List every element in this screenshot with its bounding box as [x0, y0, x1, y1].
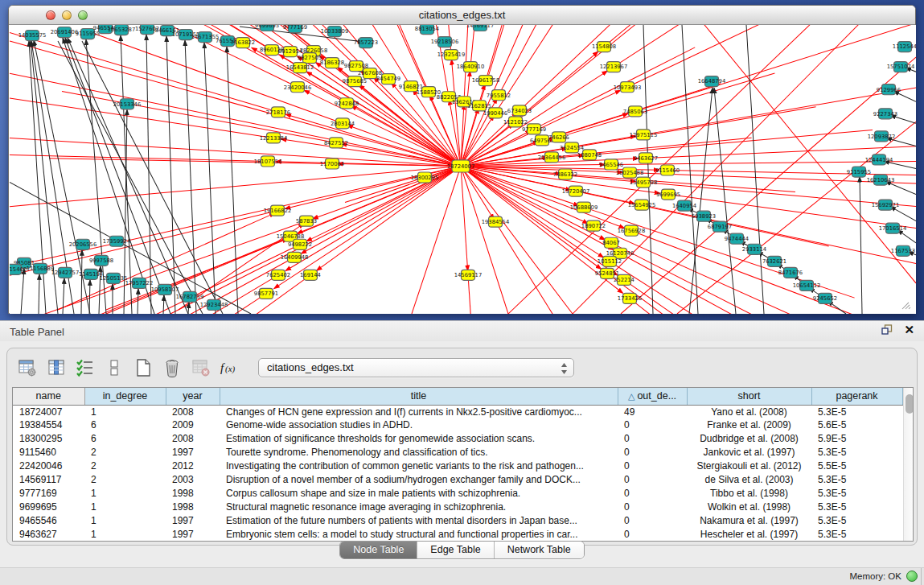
cell-title[interactable]: Disruption of a novel member of a sodium…	[220, 472, 618, 486]
cell-in_degree[interactable]: 6	[84, 432, 166, 446]
cell-short[interactable]: Stergiakouli et al. (2012)	[687, 459, 811, 473]
red-edge[interactable]	[461, 166, 573, 314]
cell-name[interactable]: 9777169	[13, 486, 84, 500]
column-header-title[interactable]: title	[220, 388, 618, 405]
red-edge[interactable]	[461, 166, 468, 270]
black-edge[interactable]	[21, 269, 24, 314]
cell-out_degree[interactable]: 49	[618, 405, 687, 418]
cell-pagerank[interactable]: 5.3E-5	[811, 405, 902, 418]
red-edge[interactable]	[468, 275, 484, 314]
table-row[interactable]: 977716911998Corpus callosum shape and si…	[13, 486, 902, 500]
cell-pagerank[interactable]: 5.5E-5	[811, 459, 902, 473]
cell-in_degree[interactable]: 1	[84, 500, 166, 513]
cell-in_degree[interactable]: 1	[84, 486, 166, 500]
float-window-icon[interactable]	[881, 324, 893, 336]
black-edge[interactable]	[81, 250, 82, 314]
black-edge[interactable]	[682, 25, 698, 314]
black-edge[interactable]	[10, 183, 251, 314]
cell-in_degree[interactable]: 2	[84, 472, 166, 486]
cell-in_degree[interactable]: 2	[84, 459, 166, 473]
red-edge[interactable]	[495, 25, 572, 113]
scrollbar-thumb[interactable]	[906, 394, 914, 414]
network-canvas[interactable]: 1403557520691406911595594655461065328715…	[10, 25, 916, 314]
cell-year[interactable]: 2008	[166, 432, 220, 446]
cell-title[interactable]: Changes of HCN gene expression and I(f) …	[220, 405, 618, 418]
table-row[interactable]: 911546021997Tourette syndrome. Phenomeno…	[13, 446, 902, 459]
cell-name[interactable]: 22420046	[13, 459, 84, 473]
cell-out_degree[interactable]: 0	[618, 527, 687, 541]
black-edge[interactable]	[746, 25, 764, 314]
cell-year[interactable]: 2003	[166, 472, 220, 486]
function-builder-icon[interactable]: f(x)	[218, 356, 242, 380]
cell-name[interactable]: 14569117	[13, 472, 84, 486]
cell-pagerank[interactable]: 5.3E-5	[811, 446, 902, 459]
table-row[interactable]: 1456911722003Disruption of a novel membe…	[13, 472, 902, 486]
tab-edge-table[interactable]: Edge Table	[417, 542, 494, 558]
table-settings-icon[interactable]	[15, 356, 39, 380]
cell-title[interactable]: Tourette syndrome. Phenomenology and cla…	[220, 446, 618, 459]
cell-title[interactable]: Estimation of the future numbers of pati…	[220, 513, 618, 527]
red-edge[interactable]	[642, 205, 916, 290]
cell-year[interactable]: 2009	[166, 418, 220, 432]
cell-short[interactable]: Franke et al. (2009)	[687, 418, 811, 432]
canvas-resize-grip[interactable]	[902, 303, 910, 309]
cell-in_degree[interactable]: 2	[84, 446, 166, 459]
cell-name[interactable]: 9463627	[13, 527, 84, 541]
red-edge[interactable]	[351, 105, 461, 166]
cell-name[interactable]: 9115460	[13, 446, 84, 459]
black-edge[interactable]	[63, 278, 64, 314]
cell-pagerank[interactable]: 5.3E-5	[811, 527, 902, 541]
show-columns-icon[interactable]	[44, 356, 68, 380]
cell-in_degree[interactable]: 1	[84, 513, 166, 527]
cell-short[interactable]: Tibbo et al. (1998)	[687, 486, 811, 500]
cell-year[interactable]: 1997	[166, 513, 220, 527]
table-row[interactable]: 2242004622012Investigating the contribut…	[13, 459, 902, 473]
column-header-out_degree[interactable]: △ out_de...	[618, 388, 687, 405]
red-edge[interactable]	[519, 25, 649, 110]
column-header-name[interactable]: name	[13, 388, 84, 405]
column-header-in_degree[interactable]: in_degree	[84, 388, 166, 405]
red-edge[interactable]	[604, 25, 916, 47]
red-edge[interactable]	[451, 60, 461, 167]
red-edge[interactable]	[10, 76, 273, 138]
red-edge[interactable]	[274, 166, 461, 288]
cell-pagerank[interactable]: 5.6E-5	[811, 418, 902, 432]
citation-network-graph[interactable]: 1403557520691406911595594655461065328715…	[10, 25, 916, 314]
cell-name[interactable]: 18300295	[13, 432, 84, 446]
cell-name[interactable]: 19384554	[13, 418, 84, 432]
cell-out_degree[interactable]: 0	[618, 500, 687, 513]
red-edge[interactable]	[565, 175, 795, 192]
tab-node-table[interactable]: Node Table	[340, 542, 417, 558]
close-panel-icon[interactable]: ✕	[904, 324, 914, 336]
cell-out_degree[interactable]: 0	[618, 418, 687, 432]
cell-out_degree[interactable]: 0	[618, 472, 687, 486]
cell-year[interactable]: 2012	[166, 459, 220, 473]
cell-short[interactable]: de Silva et al. (2003)	[687, 472, 811, 486]
black-edge[interactable]	[188, 303, 189, 314]
cell-short[interactable]: Hescheler et al. (1997)	[687, 527, 811, 541]
cell-name[interactable]: 9465546	[13, 513, 84, 527]
black-edge[interactable]	[185, 40, 196, 314]
cell-short[interactable]: Yano et al. (2008)	[687, 405, 811, 418]
cell-pagerank[interactable]: 5.3E-5	[811, 486, 902, 500]
red-edge[interactable]	[316, 166, 461, 270]
table-row[interactable]: 1872400712008Changes of HCN gene express…	[13, 405, 902, 418]
red-edge[interactable]	[559, 73, 774, 137]
cell-title[interactable]: Embryonic stem cells: a model to study s…	[220, 527, 618, 541]
red-edge[interactable]	[631, 231, 916, 314]
cell-out_degree[interactable]: 0	[618, 446, 687, 459]
table-row[interactable]: 946554611997Estimation of the future num…	[13, 513, 902, 527]
cell-in_degree[interactable]: 6	[84, 418, 166, 432]
cell-pagerank[interactable]: 5.3E-5	[811, 472, 902, 486]
black-edge[interactable]	[897, 230, 916, 243]
red-edge[interactable]	[10, 245, 300, 314]
cell-in_degree[interactable]: 1	[84, 405, 166, 418]
red-edge[interactable]	[635, 25, 916, 111]
network-view-window[interactable]: citations_edges.txt 14035575206914069115…	[8, 5, 916, 314]
cell-title[interactable]: Corpus callosum shape and size in male p…	[220, 486, 618, 500]
cell-name[interactable]: 18724007	[13, 405, 84, 418]
red-edge[interactable]	[313, 166, 461, 218]
table-row[interactable]: 1938455462009Genome-wide association stu…	[13, 418, 902, 432]
cell-title[interactable]: Genome-wide association studies in ADHD.	[220, 418, 618, 432]
table-row[interactable]: 969969511998Structural magnetic resonanc…	[13, 500, 902, 513]
